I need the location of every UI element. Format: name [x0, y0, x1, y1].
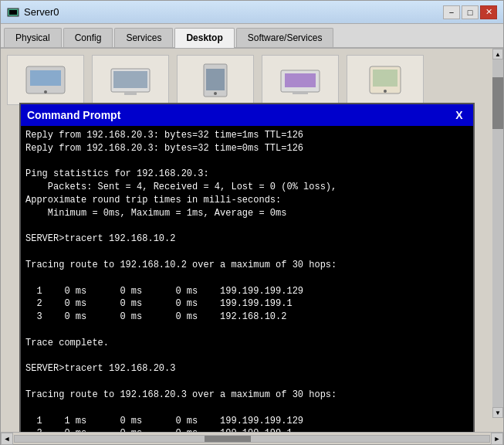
device-image-2	[107, 63, 154, 97]
svg-rect-8	[124, 92, 137, 95]
cmd-title: Command Prompt	[27, 109, 120, 121]
minimize-button[interactable]: −	[443, 5, 460, 19]
scroll-thumb-bottom	[205, 436, 251, 442]
main-window: Server0 − □ ✕ Physical Config Services D…	[0, 0, 504, 445]
main-content: Command Prompt X Reply from 192.168.20.3…	[1, 49, 503, 432]
maximize-button[interactable]: □	[462, 5, 479, 19]
close-button[interactable]: ✕	[480, 5, 497, 19]
device-icon-1	[7, 55, 84, 105]
cmd-title-bar: Command Prompt X	[21, 104, 473, 126]
title-controls: − □ ✕	[443, 5, 497, 19]
main-scrollbar-right[interactable]: ▲ ▼	[492, 49, 503, 418]
scroll-thumb-right	[492, 77, 503, 130]
tab-physical[interactable]: Physical	[4, 28, 62, 47]
title-bar-left: Server0	[7, 6, 59, 19]
app-icon	[7, 6, 19, 19]
svg-rect-13	[285, 73, 316, 87]
svg-rect-16	[373, 70, 397, 87]
tab-desktop[interactable]: Desktop	[174, 28, 234, 48]
tab-software-services[interactable]: Software/Services	[236, 28, 334, 47]
tab-config[interactable]: Config	[63, 28, 113, 47]
window-title: Server0	[24, 6, 59, 18]
scroll-left-button[interactable]: ◄	[1, 433, 13, 445]
svg-rect-2	[11, 16, 15, 17]
title-bar: Server0 − □ ✕	[1, 1, 503, 24]
device-image-4	[277, 63, 323, 97]
device-icon-3	[177, 55, 254, 105]
device-icon-5	[347, 55, 424, 105]
scroll-track-right	[492, 59, 503, 407]
svg-rect-1	[9, 10, 17, 15]
device-icon-2	[92, 55, 169, 105]
scroll-track-bottom	[14, 435, 490, 443]
svg-point-17	[384, 90, 387, 93]
device-image-1	[22, 63, 69, 97]
device-icon-4	[262, 55, 339, 105]
scroll-up-button[interactable]: ▲	[492, 49, 503, 59]
scroll-down-button[interactable]: ▼	[492, 407, 503, 418]
svg-rect-14	[293, 92, 308, 94]
device-image-5	[362, 63, 408, 97]
scroll-right-button[interactable]: ►	[491, 433, 503, 445]
svg-point-5	[44, 90, 47, 93]
bottom-scrollbar: ◄ ►	[1, 432, 503, 444]
cmd-body[interactable]: Reply from 192.168.20.3: bytes=32 time=1…	[21, 126, 473, 432]
device-icons-strip	[7, 55, 497, 105]
svg-point-11	[214, 92, 217, 95]
cmd-close-button[interactable]: X	[452, 107, 467, 123]
svg-rect-7	[113, 71, 147, 88]
svg-rect-4	[30, 70, 61, 86]
device-image-3	[192, 63, 238, 97]
tab-bar: Physical Config Services Desktop Softwar…	[1, 24, 503, 49]
tab-services[interactable]: Services	[114, 28, 173, 47]
svg-rect-10	[206, 69, 225, 90]
cmd-output: Reply from 192.168.20.3: bytes=32 time=1…	[25, 129, 468, 432]
cmd-window: Command Prompt X Reply from 192.168.20.3…	[19, 103, 475, 432]
